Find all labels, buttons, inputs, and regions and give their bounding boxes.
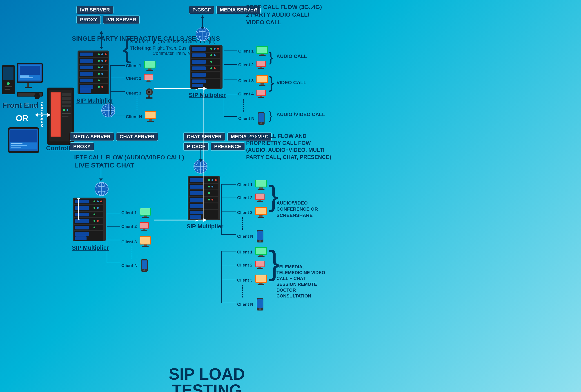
- svg-rect-117: [144, 215, 147, 217]
- 3gpp-title: 3GPP CALL FLOW (3G..4G) 2 PARTY AUDIO CA…: [246, 3, 322, 26]
- monitor-green-bl: [139, 208, 152, 218]
- svg-rect-48: [80, 66, 93, 69]
- v-line-clients-top: [110, 65, 110, 115]
- svg-rect-121: [143, 228, 146, 230]
- svg-rect-23: [11, 147, 21, 148]
- svg-point-106: [94, 220, 95, 222]
- svg-rect-179: [260, 96, 262, 97]
- svg-rect-225: [257, 231, 263, 240]
- svg-rect-160: [192, 73, 206, 77]
- client3-top: Client 3: [126, 88, 155, 99]
- svg-rect-75: [147, 80, 150, 81]
- presence-badge-mr: PRESENCE: [210, 142, 245, 151]
- svg-marker-245: [204, 218, 207, 222]
- mr-client3-bot: Client 3: [237, 275, 267, 286]
- tablet-computer: [7, 127, 47, 155]
- svg-rect-11: [28, 83, 29, 88]
- svg-rect-43: [80, 59, 93, 63]
- svg-rect-162: [192, 79, 206, 83]
- phone-icon-mr-top: [256, 230, 264, 242]
- svg-rect-76: [146, 81, 152, 82]
- phone-icon-mr-bot: [256, 298, 264, 311]
- arrow-up-ivr: [100, 31, 103, 34]
- svg-point-197: [208, 186, 210, 188]
- v-line-mr-bot-clients: [222, 251, 222, 303]
- svg-rect-30: [62, 101, 71, 104]
- svg-rect-237: [259, 283, 262, 284]
- svg-rect-22: [11, 145, 27, 146]
- svg-point-33: [66, 109, 68, 111]
- svg-rect-125: [144, 244, 147, 246]
- clientN-top-label: Client N: [126, 114, 142, 119]
- line-tr-c1: [224, 50, 237, 51]
- svg-rect-52: [80, 72, 93, 76]
- svg-point-32: [63, 109, 65, 111]
- mr-client3: Client 3: [237, 207, 267, 218]
- line-tr-cN: [224, 116, 237, 117]
- svg-rect-9: [20, 75, 29, 77]
- audio-video-call-text: AUDIO /VIDEO CALL: [276, 112, 325, 117]
- svg-point-146: [214, 48, 216, 50]
- svg-rect-1: [3, 67, 14, 80]
- av-conf-text: AUDIO/VIDEO CONFERENCE OR SCREENSHARE: [276, 200, 318, 218]
- svg-rect-21: [11, 143, 22, 144]
- svg-rect-71: [148, 68, 152, 70]
- line-mr-c2b: [222, 265, 236, 265]
- client2-bottom: Client 2: [121, 222, 149, 231]
- svg-rect-230: [258, 256, 264, 257]
- svg-rect-8: [20, 66, 40, 75]
- dashed-to-clientN-top: [137, 97, 137, 110]
- svg-point-96: [100, 200, 102, 202]
- v-connect-right: [203, 89, 204, 219]
- svg-rect-182: [258, 113, 264, 122]
- svg-rect-124: [140, 237, 150, 244]
- clientN-bottom-label: Client N: [121, 263, 138, 268]
- arrow-down-tr: [201, 27, 204, 30]
- arrow-controller-to-bottom: [76, 197, 81, 221]
- svg-point-54: [101, 73, 103, 75]
- monitor-red-bl: [139, 222, 149, 231]
- svg-rect-83: [146, 112, 156, 118]
- monitor-green-1: [144, 61, 156, 71]
- monitor-red-tr2: [256, 61, 266, 69]
- svg-rect-167: [260, 54, 264, 55]
- line-to-client2-top: [110, 78, 125, 78]
- ivr-server2-badge: IVR SERVER: [103, 15, 140, 24]
- monitor-red-1: [144, 74, 154, 83]
- v-line-tr-clients: [224, 50, 224, 116]
- status-label: Status:: [130, 39, 146, 44]
- line-tr-c4: [224, 94, 237, 94]
- tr-client2: Client 2: [238, 61, 266, 69]
- ietf-title-line1: IETF CALL FLOW (AUDIO/VIDEO CALL): [74, 154, 184, 161]
- webcam-icon-1: [144, 88, 155, 99]
- top-right-sip-multiplier-label: SIP Multiplier: [189, 92, 226, 99]
- monitor-orange-1: [144, 111, 157, 122]
- client1-bottom: Client 1: [121, 208, 152, 218]
- arrow-controller-left: [37, 115, 48, 115]
- svg-rect-27: [51, 92, 60, 137]
- arrow-up-mr: [199, 148, 202, 150]
- svg-rect-80: [148, 96, 150, 97]
- ietf-title: IETF CALL FLOW (AUDIO/VIDEO CALL) LIVE S…: [74, 154, 184, 169]
- svg-point-61: [101, 86, 103, 88]
- svg-rect-238: [258, 284, 264, 285]
- brace-top: {: [122, 35, 132, 62]
- svg-rect-196: [190, 185, 204, 189]
- chat-server-badge-ml: CHAT SERVER: [116, 133, 158, 141]
- line-to-client1-top: [110, 65, 125, 66]
- sip-load-testing-section: SIP LOAD TESTING: [139, 366, 274, 392]
- svg-point-45: [101, 60, 103, 62]
- p-cscf-badge-tr: P-CSCF: [189, 5, 214, 14]
- client2-top-label: Client 2: [126, 76, 141, 81]
- svg-point-150: [210, 54, 212, 56]
- line-to-client3-bottom: [107, 240, 120, 240]
- svg-rect-168: [259, 55, 266, 56]
- line-to-clientN-bottom: [107, 263, 120, 263]
- svg-point-79: [148, 91, 150, 93]
- av-call-brace: }: [268, 110, 272, 121]
- svg-rect-203: [190, 198, 204, 201]
- globe-middle-left: [94, 182, 109, 197]
- svg-rect-156: [192, 66, 206, 70]
- client1-top-label: Client 1: [126, 63, 141, 68]
- svg-point-129: [144, 269, 145, 271]
